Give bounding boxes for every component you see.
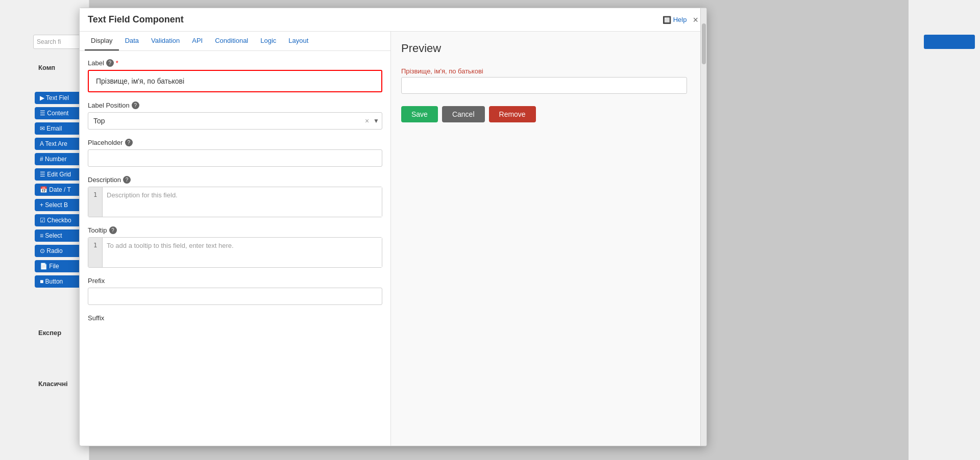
bg-right-input (924, 35, 975, 49)
background-sidebar: Search fi Комп ▶ Text Fiel ☰ Content ✉ E… (0, 0, 89, 460)
background-right (909, 0, 980, 460)
description-label: Description ? (88, 176, 382, 184)
label-input-wrapper (88, 70, 382, 92)
sidebar-item-file[interactable]: 📄 File (35, 260, 86, 272)
preview-field-label: Прізвище, ім'я, по батькові (401, 67, 696, 75)
help-link[interactable]: 🔲 Help (663, 16, 687, 24)
label-position-help-icon[interactable]: ? (132, 101, 139, 109)
scrollbar-thumb (702, 23, 706, 64)
preview-form-group: Прізвище, ім'я, по батькові (401, 67, 696, 94)
label-help-icon[interactable]: ? (106, 59, 114, 67)
label-position-select[interactable]: Top Bottom Left Right (88, 112, 382, 130)
tooltip-group: Tooltip ? 1 To add a tooltip to this fie… (88, 226, 382, 268)
label-input[interactable] (91, 73, 379, 89)
select-controls: × ▼ (364, 116, 380, 126)
tab-layout[interactable]: Layout (282, 32, 314, 50)
tab-logic[interactable]: Logic (254, 32, 282, 50)
select-clear-btn[interactable]: × (364, 116, 370, 126)
required-marker: * (116, 59, 118, 67)
label-position-text: Label Position (88, 101, 130, 109)
sidebar-item-email[interactable]: ✉ Email (35, 122, 86, 135)
section-label-1: Комп (38, 64, 55, 71)
section-label-2: Експер (38, 329, 61, 337)
preview-panel: Preview Прізвище, ім'я, по батькові Save… (391, 32, 706, 446)
label-position-label: Label Position ? (88, 101, 382, 109)
label-position-select-wrapper: Top Bottom Left Right × ▼ (88, 112, 382, 130)
description-text: Description (88, 176, 121, 184)
prefix-input[interactable] (88, 288, 382, 305)
tooltip-line-numbers: 1 (88, 238, 103, 267)
sidebar-item-checkbox[interactable]: ☑ Checkbo (35, 214, 86, 226)
description-editor[interactable]: 1 Description for this field. (88, 187, 382, 217)
sidebar-item-selectbox[interactable]: + Select B (35, 199, 86, 211)
modal-header-actions: 🔲 Help × (663, 15, 698, 24)
preview-field-input[interactable] (401, 77, 687, 94)
help-label: Help (673, 16, 687, 23)
sidebar-item-content[interactable]: ☰ Content (35, 107, 86, 119)
remove-button[interactable]: Remove (489, 106, 536, 122)
tooltip-text: Tooltip (88, 226, 107, 234)
placeholder-input[interactable]: Placeholder (88, 149, 382, 167)
tooltip-area-text: To add a tooltip to this field, enter te… (103, 238, 382, 267)
close-button[interactable]: × (693, 15, 698, 24)
label-field-label: Label ? * (88, 59, 382, 67)
placeholder-label: Placeholder ? (88, 139, 382, 146)
suffix-text: Suffix (88, 314, 104, 322)
sidebar-item-date[interactable]: 📅 Date / T (35, 184, 86, 196)
sidebar-item-radio[interactable]: ⊙ Radio (35, 245, 86, 257)
placeholder-help-icon[interactable]: ? (125, 139, 133, 146)
description-help-icon[interactable]: ? (123, 176, 131, 184)
modal-scrollbar[interactable] (700, 8, 706, 446)
label-text: Label (88, 59, 104, 67)
tab-data[interactable]: Data (119, 32, 145, 50)
placeholder-text: Placeholder (88, 139, 123, 146)
prefix-group: Prefix (88, 277, 382, 305)
tab-conditional[interactable]: Conditional (209, 32, 254, 50)
modal-body: Display Data Validation API Conditional … (80, 32, 706, 446)
sidebar-item-button[interactable]: ■ Button (35, 275, 86, 288)
section-label-3: Класичні (38, 380, 68, 388)
search-bar[interactable]: Search fi (33, 35, 82, 49)
description-line-1: 1 (91, 191, 99, 198)
tabs-bar: Display Data Validation API Conditional … (80, 32, 390, 51)
modal-header: Text Field Component 🔲 Help × (80, 8, 706, 32)
help-icon: 🔲 (663, 16, 671, 24)
search-text: Search fi (37, 38, 61, 45)
sidebar-item-select[interactable]: ≡ Select (35, 229, 86, 242)
placeholder-group: Placeholder ? Placeholder (88, 139, 382, 167)
prefix-label: Prefix (88, 277, 382, 285)
tooltip-line-1: 1 (91, 242, 99, 249)
form-content: Label ? * Label Position ? (80, 51, 390, 333)
description-line-numbers: 1 (88, 187, 103, 217)
prefix-text: Prefix (88, 277, 105, 285)
tab-display[interactable]: Display (85, 32, 119, 50)
label-field-group: Label ? * (88, 59, 382, 92)
cancel-button[interactable]: Cancel (442, 106, 485, 122)
tooltip-help-icon[interactable]: ? (109, 226, 117, 234)
modal-title: Text Field Component (88, 14, 184, 25)
tab-api[interactable]: API (186, 32, 209, 50)
tooltip-editor[interactable]: 1 To add a tooltip to this field, enter … (88, 237, 382, 268)
suffix-group: Suffix (88, 314, 382, 325)
sidebar-items-list: ▶ Text Fiel ☰ Content ✉ Email A Text Are… (35, 92, 86, 288)
preview-actions: Save Cancel Remove (401, 106, 696, 122)
label-position-group: Label Position ? Top Bottom Left Right ×… (88, 101, 382, 130)
description-area-text: Description for this field. (103, 187, 382, 217)
description-group: Description ? 1 Description for this fie… (88, 176, 382, 217)
save-button[interactable]: Save (401, 106, 438, 122)
tab-validation[interactable]: Validation (145, 32, 186, 50)
preview-title: Preview (401, 42, 696, 55)
sidebar-item-editgrid[interactable]: ☰ Edit Grid (35, 168, 86, 181)
modal-dialog: Text Field Component 🔲 Help × Display Da… (79, 8, 707, 446)
select-dropdown-arrow[interactable]: ▼ (372, 116, 380, 125)
sidebar-item-textarea[interactable]: A Text Are (35, 138, 86, 150)
suffix-label: Suffix (88, 314, 382, 322)
tooltip-label: Tooltip ? (88, 226, 382, 234)
left-panel: Display Data Validation API Conditional … (80, 32, 391, 446)
sidebar-item-textfield[interactable]: ▶ Text Fiel (35, 92, 86, 104)
sidebar-item-number[interactable]: # Number (35, 153, 86, 165)
